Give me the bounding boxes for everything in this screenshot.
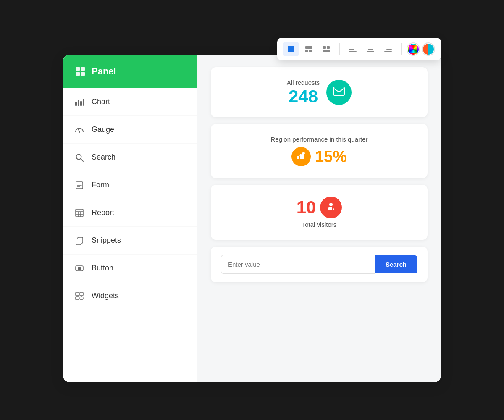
report-icon bbox=[75, 209, 84, 217]
sidebar-item-button[interactable]: Button bbox=[63, 255, 197, 282]
svg-rect-25 bbox=[83, 99, 84, 106]
color-ring-button[interactable] bbox=[407, 42, 420, 56]
sidebar-header-title: Panel bbox=[92, 66, 116, 77]
sidebar: Panel Chart bbox=[63, 55, 197, 382]
visitors-value: 10 bbox=[297, 199, 316, 216]
snippets-icon bbox=[75, 236, 84, 245]
sidebar-item-chart[interactable]: Chart bbox=[63, 88, 197, 116]
svg-rect-43 bbox=[76, 297, 79, 300]
visitors-label: Total visitors bbox=[302, 221, 337, 228]
svg-point-26 bbox=[79, 131, 80, 133]
svg-rect-20 bbox=[76, 72, 80, 76]
sidebar-item-search[interactable]: Search bbox=[63, 144, 197, 171]
align-right-button[interactable] bbox=[380, 42, 396, 56]
svg-rect-8 bbox=[323, 50, 330, 52]
svg-rect-0 bbox=[288, 46, 294, 48]
sidebar-label-report: Report bbox=[92, 208, 114, 217]
trending-icon bbox=[297, 152, 306, 162]
sidebar-label-chart: Chart bbox=[92, 97, 110, 106]
color-half-button[interactable] bbox=[422, 42, 435, 56]
requests-content: All requests 248 bbox=[287, 79, 320, 105]
svg-rect-42 bbox=[80, 292, 83, 296]
layout-card-button[interactable] bbox=[301, 42, 317, 56]
user-icon: ★ bbox=[326, 201, 336, 214]
sidebar-item-widgets[interactable]: Widgets bbox=[63, 282, 197, 310]
main-panel: Panel Chart bbox=[63, 55, 441, 382]
mail-icon bbox=[333, 87, 345, 98]
color-half-icon bbox=[423, 44, 434, 55]
toolbar-divider-2 bbox=[401, 43, 402, 55]
requests-value: 248 bbox=[287, 88, 320, 105]
gauge-icon bbox=[75, 126, 84, 134]
button-icon bbox=[75, 264, 84, 273]
sidebar-label-snippets: Snippets bbox=[92, 236, 121, 245]
requests-icon-circle bbox=[326, 80, 352, 105]
trending-icon-circle bbox=[291, 147, 311, 166]
search-input[interactable] bbox=[221, 255, 375, 274]
sidebar-label-widgets: Widgets bbox=[92, 291, 119, 300]
layout-buttons-group bbox=[283, 42, 334, 56]
sidebar-item-snippets[interactable]: Snippets bbox=[63, 227, 197, 255]
svg-rect-41 bbox=[76, 292, 79, 296]
svg-point-49 bbox=[329, 203, 333, 206]
svg-line-28 bbox=[81, 159, 84, 161]
widgets-icon bbox=[75, 292, 84, 300]
card-requests: All requests 248 bbox=[211, 67, 428, 117]
layout-full-button[interactable] bbox=[283, 42, 299, 56]
requests-label: All requests bbox=[287, 79, 320, 86]
svg-rect-45 bbox=[333, 87, 344, 95]
visitors-row: 10 ★ bbox=[297, 197, 342, 218]
sidebar-item-report[interactable]: Report bbox=[63, 199, 197, 227]
svg-rect-4 bbox=[305, 50, 308, 52]
layout-list-button[interactable] bbox=[318, 42, 334, 56]
svg-rect-23 bbox=[78, 100, 79, 106]
user-icon-circle: ★ bbox=[320, 197, 342, 218]
svg-rect-6 bbox=[323, 46, 326, 49]
align-buttons-group bbox=[345, 42, 396, 56]
sidebar-item-form[interactable]: Form bbox=[63, 171, 197, 199]
align-center-button[interactable] bbox=[362, 42, 378, 56]
card-visitors: 10 ★ Total visitors bbox=[211, 185, 428, 240]
svg-rect-5 bbox=[309, 50, 312, 52]
panel-icon bbox=[75, 66, 86, 77]
color-ring-icon bbox=[408, 44, 419, 55]
region-row: 15% bbox=[291, 147, 347, 166]
search-icon bbox=[75, 153, 84, 162]
search-button[interactable]: Search bbox=[375, 255, 417, 273]
svg-rect-1 bbox=[288, 48, 294, 50]
chart-icon bbox=[75, 98, 84, 106]
region-label: Region performance in this quarter bbox=[271, 136, 368, 143]
svg-rect-19 bbox=[81, 67, 85, 71]
svg-point-44 bbox=[80, 297, 83, 300]
svg-rect-22 bbox=[75, 102, 77, 106]
svg-rect-38 bbox=[76, 239, 81, 245]
color-buttons-group bbox=[407, 42, 435, 56]
svg-rect-7 bbox=[327, 46, 330, 49]
svg-rect-33 bbox=[76, 209, 83, 217]
svg-rect-18 bbox=[76, 67, 80, 71]
svg-rect-3 bbox=[305, 46, 312, 49]
sidebar-label-form: Form bbox=[92, 181, 109, 189]
region-value: 15% bbox=[315, 149, 347, 165]
sidebar-label-search: Search bbox=[92, 153, 116, 162]
svg-point-27 bbox=[76, 154, 81, 159]
sidebar-label-button: Button bbox=[92, 264, 113, 273]
content-area: All requests 248 Region performance in t… bbox=[197, 55, 441, 382]
sidebar-header: Panel bbox=[63, 55, 197, 88]
svg-rect-21 bbox=[81, 72, 85, 76]
card-region: Region performance in this quarter bbox=[211, 124, 428, 178]
svg-rect-2 bbox=[288, 50, 294, 52]
toolbar bbox=[277, 38, 441, 60]
svg-rect-24 bbox=[80, 101, 82, 106]
sidebar-item-gauge[interactable]: Gauge bbox=[63, 116, 197, 144]
align-left-button[interactable] bbox=[345, 42, 361, 56]
form-icon bbox=[75, 181, 84, 189]
svg-rect-40 bbox=[78, 267, 81, 270]
sidebar-label-gauge: Gauge bbox=[92, 125, 114, 134]
toolbar-divider-1 bbox=[339, 43, 340, 55]
card-search: Search bbox=[211, 247, 428, 282]
